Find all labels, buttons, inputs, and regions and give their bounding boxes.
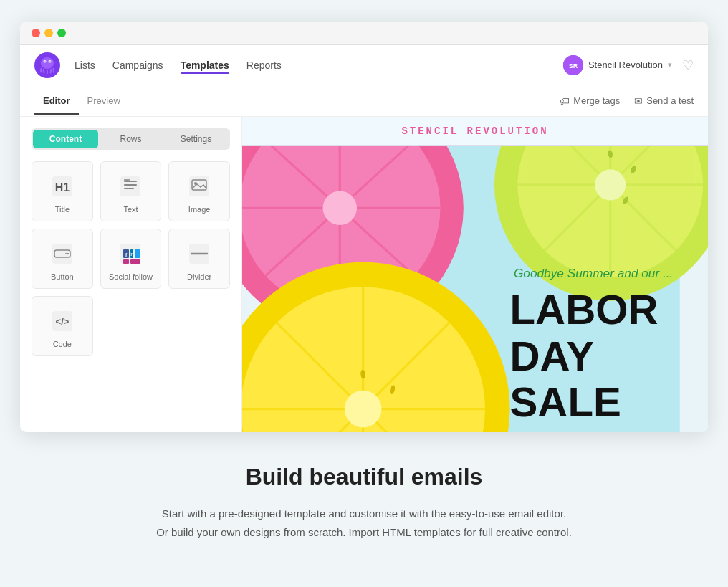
svg-rect-28 <box>130 259 140 264</box>
preview-area: STENCIL REVOLUTION <box>242 117 708 432</box>
svg-point-57 <box>345 391 382 428</box>
svg-rect-11 <box>124 181 137 182</box>
editor-actions: 🏷 Merge tags ✉ Send a test <box>560 95 694 107</box>
element-card-code[interactable]: </> Code <box>32 296 93 356</box>
editor-tab-list: Editor Preview <box>34 87 129 115</box>
app-logo <box>34 52 60 78</box>
element-card-button[interactable]: Button <box>32 229 93 289</box>
app-navbar: Lists Campaigns Templates Reports SR Ste… <box>20 45 708 85</box>
text-icon <box>116 172 145 201</box>
nav-link-lists[interactable]: Lists <box>75 57 95 74</box>
svg-point-5 <box>49 61 51 62</box>
nav-right: SR Stencil Revolution ▾ ♡ <box>563 55 694 75</box>
sidebar-tab-rows[interactable]: Rows <box>98 130 163 148</box>
element-card-image[interactable]: Image <box>168 161 230 221</box>
element-card-divider[interactable]: Divider <box>168 229 230 289</box>
svg-text:</>: </> <box>55 316 69 327</box>
element-label-social: Social follow <box>109 272 153 281</box>
below-content: Build beautiful emails Start with a pre-… <box>142 432 586 555</box>
svg-text:Goodbye Summer and our ...: Goodbye Summer and our ... <box>514 266 673 280</box>
svg-text:in: in <box>130 252 135 257</box>
svg-rect-26 <box>135 249 140 258</box>
svg-rect-12 <box>124 184 137 186</box>
tag-icon: 🏷 <box>560 95 570 107</box>
send-test-label: Send a test <box>646 95 694 106</box>
social-icon: f in <box>116 239 145 268</box>
element-label-divider: Divider <box>187 272 211 281</box>
svg-text:H1: H1 <box>55 181 70 194</box>
browser-titlebar <box>20 22 708 45</box>
button-icon <box>48 239 77 268</box>
svg-point-4 <box>44 61 46 62</box>
avatar: SR <box>563 55 583 75</box>
svg-point-1 <box>41 57 54 69</box>
browser-window: Lists Campaigns Templates Reports SR Ste… <box>20 22 708 432</box>
tab-editor[interactable]: Editor <box>34 87 79 115</box>
send-test-action[interactable]: ✉ Send a test <box>634 95 694 107</box>
svg-point-40 <box>323 191 357 225</box>
favorite-icon[interactable]: ♡ <box>682 57 694 73</box>
editor-main: Content Rows Settings H1 Title <box>20 117 708 432</box>
image-icon <box>185 172 214 201</box>
nav-links: Lists Campaigns Templates Reports <box>75 57 563 74</box>
preview-image: Goodbye Summer and our ... LABOR DAY SAL… <box>242 146 708 432</box>
preview-brand-name: STENCIL REVOLUTION <box>242 117 708 146</box>
h1-icon: H1 <box>48 172 77 201</box>
user-name: Stencil Revolution <box>588 59 663 70</box>
user-badge[interactable]: SR Stencil Revolution ▾ <box>563 55 672 75</box>
envelope-icon: ✉ <box>634 95 643 107</box>
sidebar-tab-buttons: Content Rows Settings <box>32 128 230 150</box>
svg-text:DAY: DAY <box>510 333 595 379</box>
svg-rect-17 <box>52 244 72 264</box>
sub-description: Start with a pre-designed template and c… <box>156 505 572 541</box>
merge-tags-label: Merge tags <box>573 95 620 106</box>
editor-tabs-bar: Editor Preview 🏷 Merge tags ✉ Send a tes… <box>20 85 708 117</box>
element-label-text: Text <box>123 205 138 214</box>
nav-link-templates[interactable]: Templates <box>181 57 229 74</box>
svg-rect-13 <box>124 188 134 189</box>
element-card-social[interactable]: f in Social follow <box>100 229 162 289</box>
divider-icon <box>185 239 214 268</box>
svg-text:SALE: SALE <box>510 378 621 425</box>
sidebar-tab-content[interactable]: Content <box>33 130 98 148</box>
svg-text:LABOR: LABOR <box>510 286 658 333</box>
sidebar-tab-settings[interactable]: Settings <box>163 130 229 148</box>
nav-link-campaigns[interactable]: Campaigns <box>112 57 163 74</box>
code-icon: </> <box>48 307 77 335</box>
svg-rect-27 <box>123 259 129 264</box>
nav-link-reports[interactable]: Reports <box>246 57 282 74</box>
elements-grid: H1 Title <box>32 161 230 356</box>
svg-text:f: f <box>125 252 128 258</box>
element-label-code: Code <box>53 340 72 348</box>
element-card-title[interactable]: H1 Title <box>32 161 93 221</box>
minimize-dot[interactable] <box>44 29 53 37</box>
element-label-button: Button <box>51 272 74 281</box>
element-card-text[interactable]: Text <box>100 161 162 221</box>
svg-point-47 <box>595 169 626 200</box>
close-dot[interactable] <box>32 29 40 37</box>
element-label-title: Title <box>55 205 70 214</box>
svg-rect-10 <box>120 176 140 196</box>
merge-tags-action[interactable]: 🏷 Merge tags <box>560 95 620 107</box>
svg-text:SR: SR <box>569 62 578 70</box>
element-sidebar: Content Rows Settings H1 Title <box>20 117 242 432</box>
main-heading: Build beautiful emails <box>156 464 572 490</box>
fullscreen-dot[interactable] <box>57 29 66 37</box>
tab-preview[interactable]: Preview <box>79 87 129 115</box>
element-label-image: Image <box>188 205 211 214</box>
chevron-down-icon: ▾ <box>668 60 672 70</box>
